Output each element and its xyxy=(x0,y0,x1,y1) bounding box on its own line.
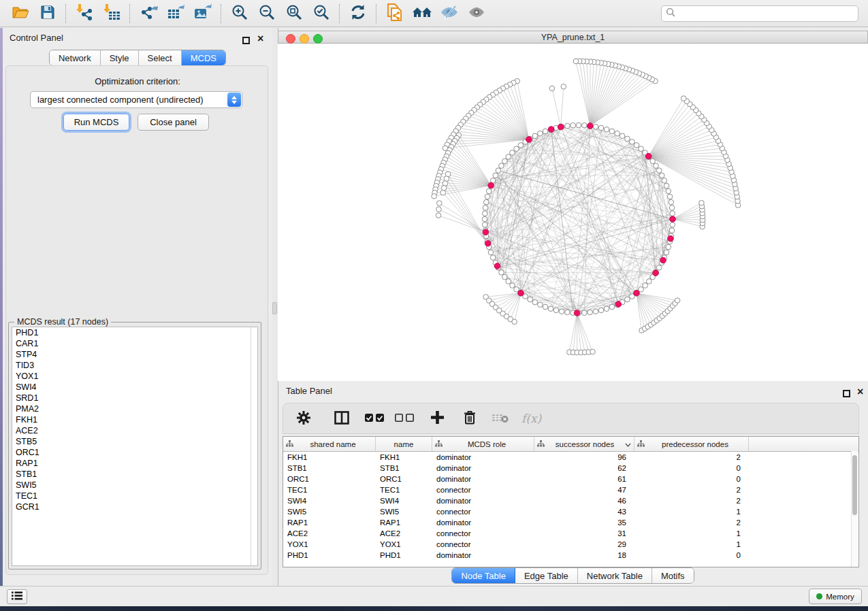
search-input[interactable] xyxy=(678,8,854,19)
apply-layout-button[interactable] xyxy=(344,2,372,25)
memory-status-icon xyxy=(816,593,822,599)
tab-motifs[interactable]: Motifs xyxy=(652,568,694,583)
table-row[interactable]: PHD1PHD1dominator180 xyxy=(283,550,858,561)
column-header-name[interactable]: name xyxy=(376,437,432,451)
export-image-button[interactable] xyxy=(189,2,216,25)
table-row[interactable]: TEC1TEC1connector472 xyxy=(283,484,858,495)
create-column-button[interactable] xyxy=(426,407,448,430)
list-icon xyxy=(12,591,22,602)
table-row[interactable]: SWI5SWI5connector431 xyxy=(283,506,858,517)
table-cell: 35 xyxy=(534,518,634,527)
show-panels-button[interactable] xyxy=(7,589,27,604)
table-cell: dominator xyxy=(432,464,534,472)
import-network-icon xyxy=(76,3,93,23)
export-table-button[interactable] xyxy=(162,2,189,25)
mcds-result-item[interactable]: PHD1 xyxy=(12,327,257,338)
delete-table-button[interactable] xyxy=(489,407,512,430)
column-header-MCDS-role[interactable]: MCDS role xyxy=(432,437,534,451)
table-cell: 31 xyxy=(534,529,634,538)
mcds-result-item[interactable]: ORC1 xyxy=(12,447,257,458)
table-row[interactable]: ORC1ORC1dominator610 xyxy=(283,474,858,484)
table-scrollbar[interactable] xyxy=(851,451,858,567)
export-network-button[interactable] xyxy=(135,2,162,25)
table-cell: PHD1 xyxy=(376,551,432,559)
tab-edge-table[interactable]: Edge Table xyxy=(515,568,578,583)
show-columns-button[interactable] xyxy=(331,407,353,430)
first-neighbors-button[interactable] xyxy=(408,2,436,25)
mcds-result-item[interactable]: SWI5 xyxy=(12,480,257,491)
node-table[interactable]: shared namenameMCDS rolesuccessor nodesp… xyxy=(283,436,859,567)
table-row[interactable]: SWI4SWI4dominator462 xyxy=(283,495,858,506)
mcds-result-item[interactable]: CAR1 xyxy=(12,338,257,349)
table-row[interactable]: RAP1RAP1dominator352 xyxy=(283,517,858,528)
mcds-result-list[interactable]: PHD1CAR1STP4TID3YOX1SWI4SRD1PMA2FKH1ACE2… xyxy=(12,327,258,566)
column-header-shared-name[interactable]: shared name xyxy=(283,437,376,451)
table-cell: 61 xyxy=(534,475,634,483)
control-panel-float-button[interactable] xyxy=(242,35,250,47)
function-builder-button[interactable]: f(x) xyxy=(521,412,541,425)
optimization-criterion-label: Optimization criterion: xyxy=(3,76,272,86)
tab-node-table[interactable]: Node Table xyxy=(452,568,515,583)
save-session-button[interactable] xyxy=(34,2,61,25)
mcds-result-item[interactable]: RAP1 xyxy=(12,458,257,469)
table-panel-float-button[interactable] xyxy=(843,388,850,400)
memory-button[interactable]: Memory xyxy=(809,589,862,604)
mcds-result-item[interactable]: SWI4 xyxy=(12,382,257,393)
import-table-button[interactable] xyxy=(98,2,125,25)
mcds-result-item[interactable]: YOX1 xyxy=(12,371,257,382)
tab-network[interactable]: Network xyxy=(50,50,101,65)
zoom-fit-button[interactable] xyxy=(280,2,308,25)
deselect-all-button[interactable] xyxy=(392,407,417,430)
delete-column-button[interactable] xyxy=(459,407,481,430)
import-network-button[interactable] xyxy=(71,2,98,25)
tab-network-table[interactable]: Network Table xyxy=(578,568,652,583)
table-cell: ACE2 xyxy=(376,529,432,538)
mcds-result-item[interactable]: SRD1 xyxy=(12,393,257,403)
control-panel-close-button[interactable]: × xyxy=(257,35,263,42)
mcds-result-item[interactable]: PMA2 xyxy=(12,403,257,414)
table-row[interactable]: YOX1YOX1connector291 xyxy=(283,539,858,550)
select-all-button[interactable] xyxy=(362,407,387,430)
table-row[interactable]: ACE2ACE2connector311 xyxy=(283,528,858,539)
mcds-result-item[interactable]: TEC1 xyxy=(12,491,257,501)
control-panel-title: Control Panel xyxy=(10,33,63,43)
table-cell: dominator xyxy=(432,518,534,527)
mcds-result-item[interactable]: STB1 xyxy=(12,469,257,480)
zoom-out-button[interactable] xyxy=(253,2,280,25)
open-file-button[interactable] xyxy=(7,2,34,25)
close-panel-button[interactable]: Close panel xyxy=(138,114,209,131)
table-cell: 47 xyxy=(534,486,634,494)
table-cell: connector xyxy=(432,540,534,548)
tab-style[interactable]: Style xyxy=(101,50,139,65)
table-scrollbar-thumb[interactable] xyxy=(852,455,857,515)
table-row[interactable]: STB1STB1dominator620 xyxy=(283,463,858,474)
zoom-in-button[interactable] xyxy=(226,2,253,25)
column-header-successor-nodes[interactable]: successor nodes xyxy=(534,437,634,451)
table-body: FKH1FKH1dominator962STB1STB1dominator620… xyxy=(283,452,858,561)
run-mcds-button[interactable]: Run MCDS xyxy=(63,114,129,131)
network-canvas[interactable] xyxy=(278,44,868,381)
list-scrollbar[interactable] xyxy=(251,327,251,565)
mcds-result-item[interactable]: GCR1 xyxy=(12,501,257,512)
application-window: Control Panel × NetworkStyleSelectMCDS O… xyxy=(0,0,868,611)
network-window-titlebar[interactable]: YPA_prune.txt_1 xyxy=(278,31,868,44)
tab-select[interactable]: Select xyxy=(139,50,182,65)
tab-mcds[interactable]: MCDS xyxy=(182,50,225,65)
mcds-result-item[interactable]: FKH1 xyxy=(12,414,257,425)
duplicate-network-button[interactable] xyxy=(381,2,408,25)
table-cell: dominator xyxy=(432,475,534,483)
network-graph-svg xyxy=(278,44,868,381)
mcds-result-item[interactable]: TID3 xyxy=(12,360,257,371)
zoom-selected-button[interactable] xyxy=(308,2,335,25)
column-header-predecessor-nodes[interactable]: predecessor nodes xyxy=(634,437,749,451)
mcds-result-item[interactable]: STP4 xyxy=(12,349,257,360)
show-all-button[interactable] xyxy=(463,2,490,25)
mcds-result-item[interactable]: STB5 xyxy=(12,436,257,447)
hide-selected-button[interactable] xyxy=(436,2,463,25)
criterion-dropdown[interactable]: largest connected component (undirected) xyxy=(30,91,242,108)
table-settings-button[interactable] xyxy=(293,407,315,430)
table-row[interactable]: FKH1FKH1dominator962 xyxy=(283,452,858,463)
mcds-result-item[interactable]: ACE2 xyxy=(12,425,257,436)
vertical-splitter-handle[interactable] xyxy=(272,302,277,314)
table-panel-close-button[interactable]: × xyxy=(857,388,863,395)
